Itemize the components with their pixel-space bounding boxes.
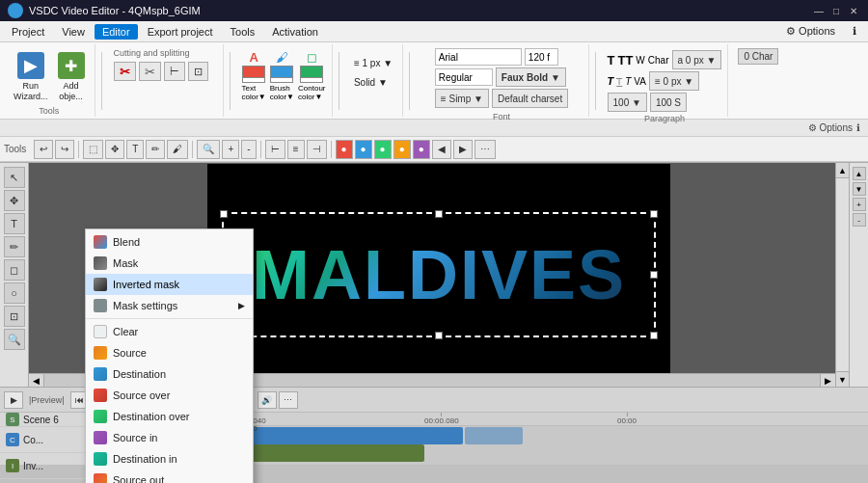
scroll-down[interactable]: ▼	[836, 371, 849, 387]
tb-zoom-out[interactable]: -	[241, 140, 256, 159]
scene-name: Scene 6	[23, 415, 59, 425]
tb-color5[interactable]: ●	[413, 140, 430, 159]
left-tool-7[interactable]: ⊡	[4, 306, 25, 327]
text-color-btn[interactable]: A Textcolor▼	[242, 50, 266, 101]
tb-color1[interactable]: ●	[336, 140, 353, 159]
scroll-up[interactable]: ▲	[836, 163, 849, 178]
dd-source-over[interactable]: Source over	[86, 385, 253, 406]
dd-destination-in[interactable]: Destination in	[86, 448, 253, 470]
left-tool-1[interactable]: ↖	[4, 167, 25, 188]
tc-timeline-more[interactable]: ⋯	[279, 391, 298, 409]
handle-tr[interactable]	[650, 210, 658, 218]
charset-btn[interactable]: Default charset	[492, 89, 568, 108]
tc-preview[interactable]: ▶	[4, 391, 23, 409]
minimize-button[interactable]: —	[812, 4, 826, 17]
menu-view[interactable]: View	[54, 24, 93, 40]
handle-tm[interactable]	[435, 210, 443, 218]
tb-select[interactable]: ⬚	[83, 140, 103, 159]
dd-mask-label: Mask	[113, 257, 138, 269]
handle-bm[interactable]	[435, 332, 443, 339]
contour-color-btn[interactable]: ◻ Contourcolor▼	[298, 50, 325, 101]
menu-editor[interactable]: Editor	[95, 24, 138, 40]
right-tool-1[interactable]: ▲	[853, 167, 866, 180]
info-btn[interactable]: ℹ	[845, 23, 864, 40]
right-tool-2[interactable]: ▼	[853, 182, 866, 196]
menu-tools[interactable]: Tools	[223, 24, 263, 40]
dd-source[interactable]: Source	[86, 342, 253, 363]
tb-brush[interactable]: 🖌	[167, 140, 188, 159]
options-btn[interactable]: ⚙ Options	[778, 23, 843, 40]
left-tool-8[interactable]: 🔍	[4, 329, 25, 350]
dd-destination[interactable]: Destination	[86, 363, 253, 385]
tc-vol[interactable]: 🔊	[258, 391, 277, 409]
scroll-right[interactable]: ▶	[820, 374, 835, 387]
left-tool-2[interactable]: ✥	[4, 190, 25, 211]
menu-export[interactable]: Export project	[140, 24, 221, 40]
add-object-btn[interactable]: ✚ Addobje...	[54, 50, 89, 104]
menu-bar: Project View Editor Export project Tools…	[0, 21, 868, 42]
dd-mask-settings[interactable]: Mask settings ▶	[86, 295, 253, 316]
handle-mr[interactable]	[650, 271, 658, 279]
tb-text[interactable]: T	[126, 140, 144, 159]
crop-btn[interactable]: ⊡	[188, 62, 208, 81]
size-100-btn[interactable]: 100 ▼	[608, 93, 647, 112]
menu-project[interactable]: Project	[4, 24, 52, 40]
tb-zoom-in[interactable]: +	[222, 140, 239, 159]
tb-sep3	[260, 141, 261, 158]
tb-more[interactable]: ⋯	[475, 140, 496, 159]
close-button[interactable]: ✕	[847, 4, 860, 17]
faux-bold-btn[interactable]: Faux Bold ▼	[496, 67, 566, 87]
tb-nav-right[interactable]: ▶	[453, 140, 473, 159]
dd-blend[interactable]: Blend	[86, 231, 253, 253]
dd-inverted-mask[interactable]: Inverted mask	[86, 274, 253, 295]
dd-destination-over[interactable]: Destination over	[86, 406, 253, 427]
tb-color3[interactable]: ●	[374, 140, 392, 159]
left-tool-3[interactable]: T	[4, 213, 25, 234]
simp-btn[interactable]: ≡ Simp ▼	[435, 89, 489, 108]
tb-zoom[interactable]: 🔍	[197, 140, 220, 159]
tb-undo[interactable]: ↩	[34, 140, 53, 159]
left-tool-5[interactable]: ◻	[4, 259, 25, 281]
menu-activation[interactable]: Activation	[264, 24, 326, 40]
brush-color-btn[interactable]: 🖌 Brushcolor▼	[270, 50, 294, 101]
cut-btn[interactable]: ✂	[114, 62, 136, 81]
dd-clear[interactable]: Clear	[86, 321, 253, 342]
dd-source-out[interactable]: Source out	[86, 470, 253, 483]
track-block-0b[interactable]	[465, 427, 523, 444]
left-tool-6[interactable]: ○	[4, 282, 25, 304]
tb-color2[interactable]: ●	[355, 140, 372, 159]
tb-redo[interactable]: ↪	[55, 140, 74, 159]
dd-mask[interactable]: Mask	[86, 253, 253, 274]
font-regular-input[interactable]	[435, 68, 493, 86]
font-name-input[interactable]	[435, 48, 522, 66]
second-toolbar: Tools ↩ ↪ ⬚ ✥ T ✏ 🖌 🔍 + - ⊢ ≡ ⊣ ● ● ● ● …	[0, 137, 868, 162]
split-btn[interactable]: ⊢	[164, 62, 185, 81]
dd-mask-icon	[94, 256, 107, 270]
size-100b-btn[interactable]: 100 S	[650, 93, 687, 112]
scroll-left[interactable]: ◀	[29, 374, 44, 387]
run-wizard-btn[interactable]: ▶ RunWizard...	[10, 50, 52, 104]
dd-blend-label: Blend	[113, 236, 140, 248]
tb-align-right[interactable]: ⊣	[307, 140, 327, 159]
vertical-scrollbar[interactable]: ▲ ▼	[835, 163, 849, 387]
dd-source-in[interactable]: Source in	[86, 427, 253, 448]
tb-align-left[interactable]: ⊢	[265, 140, 285, 159]
handle-br[interactable]	[650, 332, 658, 339]
maximize-button[interactable]: □	[829, 4, 843, 17]
font-size-input[interactable]	[525, 48, 558, 66]
solid-btn[interactable]: Solid ▼	[351, 73, 395, 91]
char-val-btn[interactable]: a 0 px ▼	[672, 50, 722, 69]
stroke-btn[interactable]: ≡ 1 px ▼	[351, 54, 395, 71]
right-tool-3[interactable]: +	[853, 198, 866, 211]
handle-tl[interactable]	[220, 210, 228, 218]
tb-align-center[interactable]: ≡	[287, 140, 305, 159]
right-tool-4[interactable]: -	[853, 213, 866, 227]
tb-pen[interactable]: ✏	[146, 140, 165, 159]
va-val-btn[interactable]: ≡ 0 px ▼	[649, 71, 699, 91]
tb-move[interactable]: ✥	[105, 140, 124, 159]
tb-color4[interactable]: ●	[393, 140, 411, 159]
tb-nav-left[interactable]: ◀	[432, 140, 451, 159]
scissors-btn[interactable]: ✂	[139, 62, 161, 81]
tb-sep2	[192, 141, 193, 158]
left-tool-4[interactable]: ✏	[4, 236, 25, 257]
